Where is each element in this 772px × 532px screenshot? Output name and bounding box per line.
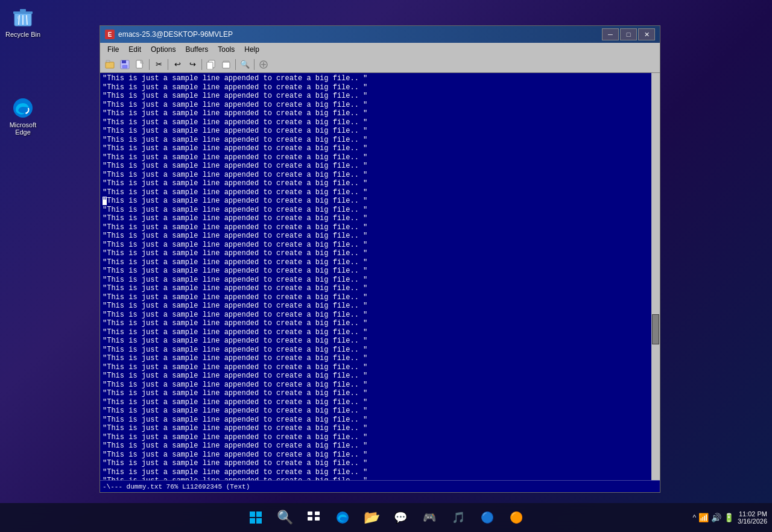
scrollbar[interactable] [651,73,660,480]
scrollbar-thumb[interactable] [652,314,659,344]
taskbar-icon-2[interactable]: 🟠 [503,504,530,531]
toolbar-open-btn[interactable] [103,58,117,71]
text-line: "This is just a sample line appended to … [103,188,657,197]
text-line: "This is just a sample line appended to … [103,258,657,267]
text-line: "This is just a sample line appended to … [103,293,657,302]
tray-chevron[interactable]: ^ [692,513,696,522]
toolbar-extra-btn[interactable] [256,58,271,71]
menu-tools[interactable]: Tools [213,43,239,56]
cursor-char: " [103,197,107,205]
window-title: emacs-25.3@DESKTOP-96MVLEP [118,30,233,39]
status-text: -\--- dummy.txt 76% L112692345 (Text) [103,483,250,490]
svg-rect-24 [308,511,312,515]
taskbar-chat[interactable]: 💬 [387,504,414,531]
taskbar-icon-1[interactable]: 🔵 [474,504,501,531]
minimize-button[interactable]: ─ [602,28,619,40]
svg-rect-26 [308,517,312,521]
tray-battery[interactable]: 🔋 [724,513,734,522]
recycle-bin-icon[interactable]: Recycle Bin [2,3,44,40]
emacs-title-icon: E [105,30,115,39]
text-line: "This is just a sample line appended to … [103,197,657,206]
taskbar-tray: ^ 📶 🔊 🔋 11:02 PM 3/16/2026 [692,510,767,525]
svg-rect-16 [223,62,230,68]
status-bar: -\--- dummy.txt 76% L112692345 (Text) [100,480,660,492]
toolbar-search-btn[interactable]: 🔍 [238,58,252,71]
text-line: "This is just a sample line appended to … [103,337,657,346]
toolbar-new-btn[interactable] [133,58,147,71]
toolbar-paste-btn[interactable] [219,58,233,71]
toolbar-separator-4 [235,59,236,70]
recycle-bin-image [11,5,35,30]
menu-file[interactable]: File [103,43,124,56]
svg-rect-10 [122,60,126,63]
menu-edit[interactable]: Edit [124,43,146,56]
tray-speaker[interactable]: 🔊 [711,513,721,522]
clock-date: 3/16/2026 [738,518,767,525]
text-line: "This is just a sample line appended to … [103,179,657,188]
emacs-window: E emacs-25.3@DESKTOP-96MVLEP ─ □ ✕ File … [100,25,660,493]
svg-rect-27 [315,517,320,521]
toolbar-save-btn[interactable] [118,58,132,71]
text-line: "This is just a sample line appended to … [103,319,657,328]
text-line: "This is just a sample line appended to … [103,109,657,118]
text-line: "This is just a sample line appended to … [103,381,657,390]
toolbar-redo-btn[interactable]: ↪ [185,58,200,71]
title-bar: E emacs-25.3@DESKTOP-96MVLEP ─ □ ✕ [100,26,660,43]
text-line: "This is just a sample line appended to … [103,424,657,433]
toolbar-cut-btn[interactable]: ✂ [151,58,166,71]
clock-time: 11:02 PM [738,510,767,518]
svg-rect-20 [250,511,255,517]
edge-label: Microsoft Edge [4,121,42,136]
taskbar-time[interactable]: 11:02 PM 3/16/2026 [738,510,767,525]
toolbar-undo-btn[interactable]: ↩ [170,58,185,71]
text-line: "This is just a sample line appended to … [103,398,657,407]
close-button[interactable]: ✕ [638,28,655,40]
task-view-button[interactable] [300,504,327,531]
text-line: "This is just a sample line appended to … [103,144,657,153]
taskbar-xbox[interactable]: 🎮 [416,504,443,531]
text-line: "This is just a sample line appended to … [103,363,657,372]
text-line: "This is just a sample line appended to … [103,153,657,162]
text-line: "This is just a sample line appended to … [103,241,657,250]
text-line: "This is just a sample line appended to … [103,416,657,425]
text-line: "This is just a sample line appended to … [103,267,657,276]
tray-network[interactable]: 📶 [698,513,709,522]
maximize-button[interactable]: □ [620,28,637,40]
menu-buffers[interactable]: Buffers [180,43,213,56]
toolbar-copy-btn[interactable] [204,58,218,71]
recycle-bin-label: Recycle Bin [5,31,40,38]
text-line: "This is just a sample line appended to … [103,223,657,232]
text-line: "This is just a sample line appended to … [103,83,657,92]
taskbar-edge[interactable] [329,504,356,531]
text-line: "This is just a sample line appended to … [103,232,657,241]
text-line: "This is just a sample line appended to … [103,468,657,477]
edge-image [11,96,35,120]
toolbar-separator-3 [201,59,202,70]
text-area[interactable]: "This is just a sample line appended to … [100,73,660,480]
title-bar-left: E emacs-25.3@DESKTOP-96MVLEP [105,30,233,39]
toolbar-separator-1 [149,59,150,70]
text-content: "This is just a sample line appended to … [103,74,657,480]
taskbar-explorer[interactable]: 📂 [358,504,385,531]
menu-options[interactable]: Options [146,43,180,56]
menu-bar: File Edit Options Buffers Tools Help [100,43,660,56]
text-line: "This is just a sample line appended to … [103,214,657,223]
text-line: "This is just a sample line appended to … [103,311,657,320]
microsoft-edge-icon[interactable]: Microsoft Edge [2,93,44,138]
tray-icons: ^ 📶 🔊 🔋 [692,513,734,522]
text-line: "This is just a sample line appended to … [103,459,657,468]
text-line: "This is just a sample line appended to … [103,118,657,127]
text-line: "This is just a sample line appended to … [103,442,657,451]
text-line: "This is just a sample line appended to … [103,284,657,293]
text-line: "This is just a sample line appended to … [103,276,657,285]
start-button[interactable] [242,504,269,531]
svg-rect-22 [250,518,255,524]
taskbar-music[interactable]: 🎵 [445,504,472,531]
search-button[interactable]: 🔍 [271,504,298,531]
text-line: "This is just a sample line appended to … [103,372,657,381]
svg-rect-11 [122,65,127,68]
text-line: "This is just a sample line appended to … [103,407,657,416]
menu-help[interactable]: Help [239,43,264,56]
svg-rect-23 [256,518,262,524]
text-line: "This is just a sample line appended to … [103,477,657,480]
